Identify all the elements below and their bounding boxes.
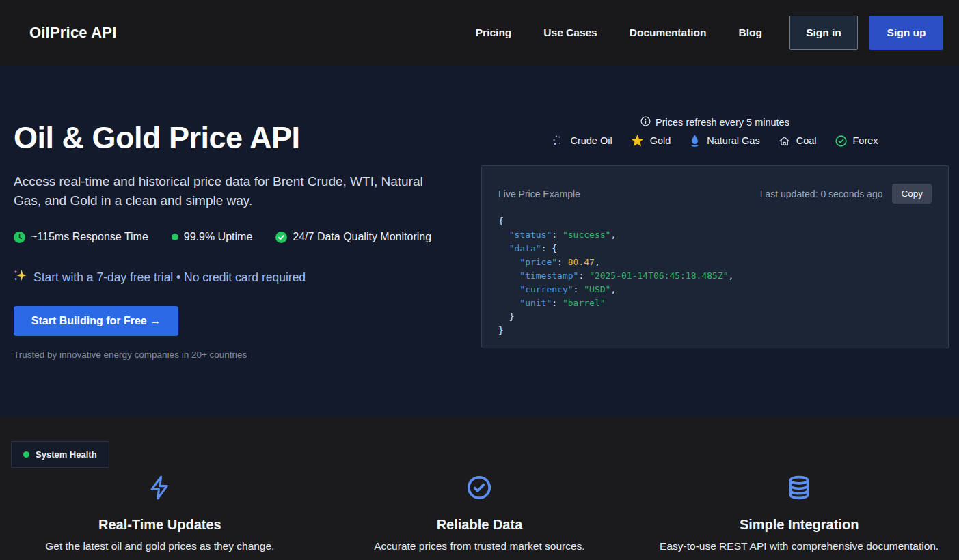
page-title: Oil & Gold Price API	[14, 120, 299, 156]
tab-gold[interactable]: Gold	[631, 135, 671, 147]
tab-label: Crude Oil	[570, 135, 612, 146]
stat-monitoring: 24/7 Data Quality Monitoring	[275, 231, 431, 243]
crude-oil-icon	[552, 135, 564, 147]
nav-documentation[interactable]: Documentation	[630, 27, 707, 39]
main-nav: Pricing Use Cases Documentation Blog	[476, 27, 762, 39]
check-circle-icon	[466, 475, 492, 501]
lightning-icon	[147, 475, 173, 501]
feature-reliable-data: Reliable Data Accurate prices from trust…	[320, 475, 640, 552]
check-circle-icon	[835, 135, 847, 147]
features-section: System Health Real-Time Updates Get the …	[0, 417, 959, 560]
refresh-note: Prices refresh every 5 minutes	[481, 116, 949, 128]
feature-simple-integration: Simple Integration Easy-to-use REST API …	[639, 475, 959, 552]
trial-note: Start with a 7-day free trial • No credi…	[14, 269, 306, 285]
live-price-panel: Live Price Example Last updated: 0 secon…	[481, 165, 949, 348]
droplet-icon	[689, 135, 701, 147]
hero-stats: ~115ms Response Time 99.9% Uptime 24/7 D…	[14, 231, 431, 243]
panel-title: Live Price Example	[498, 188, 580, 199]
nav-pricing[interactable]: Pricing	[476, 27, 512, 39]
system-health-badge[interactable]: System Health	[11, 441, 109, 468]
live-price-panel-header: Live Price Example Last updated: 0 secon…	[498, 184, 932, 204]
tab-label: Coal	[796, 135, 817, 146]
sign-in-button[interactable]: Sign in	[789, 16, 858, 50]
feature-description: Accurate prices from trusted market sour…	[374, 540, 584, 552]
logo[interactable]: OilPrice API	[29, 24, 117, 42]
feature-description: Easy-to-use REST API with comprehensive …	[660, 540, 938, 552]
sign-up-button[interactable]: Sign up	[869, 16, 943, 50]
commodity-tabs: Crude Oil Gold Natural Gas	[481, 135, 949, 147]
check-badge-icon	[275, 232, 287, 243]
tab-coal[interactable]: Coal	[779, 135, 817, 147]
info-icon	[640, 116, 651, 128]
tab-label: Natural Gas	[707, 135, 759, 146]
tab-forex[interactable]: Forex	[835, 135, 878, 147]
nav-use-cases[interactable]: Use Cases	[543, 27, 597, 39]
feature-description: Get the latest oil and gold prices as th…	[45, 540, 274, 552]
last-updated-text: Last updated: 0 seconds ago	[760, 188, 883, 199]
tab-label: Forex	[853, 135, 878, 146]
feature-real-time-updates: Real-Time Updates Get the latest oil and…	[0, 475, 320, 552]
health-label: System Health	[36, 449, 97, 460]
header: OilPrice API Pricing Use Cases Documenta…	[0, 0, 959, 66]
clock-icon	[14, 232, 25, 243]
hero-subtitle: Access real-time and historical price da…	[14, 172, 444, 210]
code-block: { "status": "success", "data": { "price"…	[498, 214, 932, 337]
tab-label: Gold	[650, 135, 671, 146]
start-building-button[interactable]: Start Building for Free →	[14, 306, 178, 336]
stat-label: ~115ms Response Time	[31, 231, 148, 243]
copy-button[interactable]: Copy	[892, 184, 932, 204]
green-dot-icon	[172, 234, 178, 240]
sparkles-icon	[14, 269, 27, 285]
hero-right-column: Prices refresh every 5 minutes Crude Oil…	[481, 66, 949, 417]
trusted-note: Trusted by innovative energy companies i…	[14, 350, 247, 360]
gold-star-icon	[631, 135, 644, 147]
trial-note-text: Start with a 7-day free trial • No credi…	[33, 270, 306, 285]
tab-crude-oil[interactable]: Crude Oil	[552, 135, 612, 147]
stat-label: 24/7 Data Quality Monitoring	[293, 231, 431, 243]
database-icon	[786, 475, 812, 501]
stat-uptime: 99.9% Uptime	[172, 231, 253, 243]
stat-label: 99.9% Uptime	[184, 231, 253, 243]
feature-title: Simple Integration	[740, 517, 859, 533]
feature-title: Reliable Data	[437, 517, 523, 533]
feature-title: Real-Time Updates	[98, 517, 221, 533]
oilprice-api-landing-page: OilPrice API Pricing Use Cases Documenta…	[0, 0, 959, 560]
stat-response-time: ~115ms Response Time	[14, 231, 148, 243]
features-row: Real-Time Updates Get the latest oil and…	[0, 475, 959, 552]
hero-section: Oil & Gold Price API Access real-time an…	[0, 66, 959, 417]
header-buttons: Sign in Sign up	[789, 16, 943, 50]
refresh-note-text: Prices refresh every 5 minutes	[656, 117, 789, 128]
nav-blog[interactable]: Blog	[739, 27, 762, 39]
tab-natural-gas[interactable]: Natural Gas	[689, 135, 759, 147]
health-status-dot-icon	[23, 451, 29, 458]
hero-left-column: Oil & Gold Price API Access real-time an…	[14, 66, 468, 417]
home-icon	[779, 135, 790, 147]
